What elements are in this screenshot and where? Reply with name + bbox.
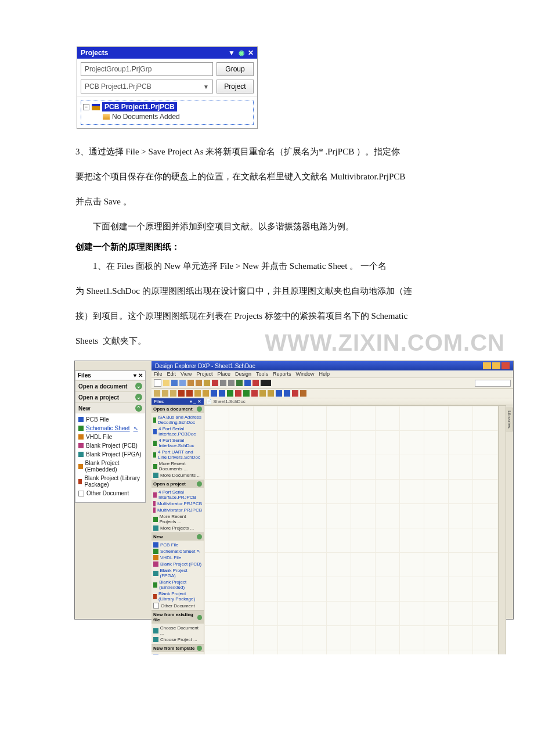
dock-item[interactable]: Choose Project ... [153,636,202,643]
collapse-icon[interactable] [197,481,202,487]
dock-item[interactable]: Other Document [153,602,202,609]
menu-design[interactable]: Design [235,371,251,377]
tb2-icon-5[interactable] [186,390,193,397]
close-window-icon[interactable] [501,362,510,369]
maximize-icon[interactable] [492,362,500,369]
vertical-scrollbar[interactable] [498,406,506,654]
dock-item[interactable]: Choose Document ... [153,625,202,636]
open-project-header[interactable]: Open a project [78,394,119,401]
expand-icon[interactable]: ⌄ [135,383,142,390]
save-icon[interactable] [171,380,178,386]
tb2-icon-1[interactable] [154,390,160,397]
new-blank-fpga-project[interactable]: Blank Project (FPGA) [78,450,142,459]
dock-item[interactable]: Blank Project (Embedded) [153,579,202,591]
cut-icon[interactable] [187,380,194,386]
open-document-header[interactable]: Open a document [78,383,127,390]
menu-view[interactable]: View [181,371,192,377]
stop-icon[interactable] [252,380,259,386]
dock-item[interactable]: More Projects ... [153,525,202,531]
collapse-icon[interactable] [197,534,202,539]
tb2-icon-11[interactable] [235,390,241,397]
menu-place[interactable]: Place [217,371,230,377]
dock-new-template[interactable]: New from template [153,646,195,651]
minimize-icon[interactable] [483,362,491,369]
tb2-icon-16[interactable] [276,390,282,397]
dropdown-icon[interactable]: ▼ [228,49,235,57]
dock-item[interactable]: VHDL File [153,555,202,561]
dock-item[interactable]: More Documents ... [153,472,202,478]
new-schematic-sheet[interactable]: Schematic Sheet↖ [78,424,142,433]
cross-icon[interactable] [212,380,218,386]
new-blank-embedded-project[interactable]: Blank Project (Embedded) [78,459,142,474]
dock-open-project[interactable]: Open a project [153,481,186,487]
dock-item[interactable]: ISA Bus and Address Decoding.SchDoc [153,414,202,426]
tb2-icon-2[interactable] [162,390,168,397]
files-panel-caret-icon[interactable]: ▾ ✕ [134,372,143,379]
dock-item[interactable]: Blank Project (Library Package) [153,591,202,602]
menu-reports[interactable]: Reports [273,371,291,377]
dock-item[interactable]: 4 Port Serial Interface.PCBDoc [153,426,202,437]
tb2-icon-14[interactable] [259,390,266,397]
tb2-icon-9[interactable] [219,390,225,397]
app-toolbar-2[interactable] [151,388,513,398]
document-tab[interactable]: 📄 Sheet1.SchDoc [204,398,513,405]
dock-new[interactable]: New [153,534,163,539]
tb2-icon-10[interactable] [227,390,233,397]
menu-edit[interactable]: Edit [167,371,176,377]
dock-item[interactable]: More Recent Projects ... [153,513,202,525]
zoom-icon[interactable] [236,380,243,386]
dock-item[interactable]: Blank Project (FPGA) [153,567,202,579]
tb2-icon-12[interactable] [243,390,250,397]
project-select-input[interactable]: PCB Project1.PrjPCB ▼ [81,80,213,93]
new-header[interactable]: New [78,405,91,412]
chevron-down-icon[interactable]: ▼ [203,84,209,90]
dock-item[interactable]: More Recent Documents ... [153,460,202,472]
dock-item[interactable]: Multivibrator.PRJPCB [153,501,202,507]
undo-icon[interactable] [220,380,226,386]
tree-collapse-icon[interactable]: − [83,104,89,110]
dock-item[interactable]: 4 Port UART and Line Drivers.SchDoc [153,449,202,460]
menu-tools[interactable]: Tools [256,371,268,377]
new-icon[interactable] [154,379,161,387]
project-button[interactable]: Project [217,80,254,93]
dock-new-existing[interactable]: New from existing file [153,612,197,622]
tb2-icon-19[interactable] [300,390,306,397]
dock-item[interactable]: PCB File [153,542,202,548]
dock-item[interactable]: 4 Port Serial Interface.PRJPCB [153,489,202,501]
new-blank-pcb-project[interactable]: Blank Project (PCB) [78,441,142,450]
app-menu-bar[interactable]: File Edit View Project Place Design Tool… [151,370,513,377]
open-icon[interactable] [163,380,169,386]
menu-file[interactable]: File [154,371,163,377]
tb2-icon-15[interactable] [268,390,274,397]
project-group-input[interactable]: ProjectGroup1.PrjGrp [81,62,213,76]
new-pcb-file[interactable]: PCB File [78,415,142,424]
tb2-icon-13[interactable] [251,390,258,397]
app-toolbar-1[interactable] [151,377,513,388]
dock-item[interactable]: Blank Project (PCB) [153,561,202,567]
tb2-icon-17[interactable] [284,390,290,397]
menu-window[interactable]: Window [295,371,314,377]
libraries-side-tab[interactable]: Libraries [506,408,513,431]
copy-icon[interactable] [196,380,202,386]
select-icon[interactable] [244,380,251,386]
new-vhdl-file[interactable]: VHDL File [78,433,142,441]
collapse-icon[interactable] [197,406,202,412]
dock-item[interactable]: PCB Templates ... [153,653,202,654]
new-other-document[interactable]: Other Document [78,489,142,498]
paste-icon[interactable] [204,380,210,386]
search-input[interactable] [475,380,511,387]
dock-item-schematic[interactable]: Schematic Sheet↖ [153,548,202,555]
dock-pin-icon[interactable]: ▾ ⎯ ✕ [190,399,201,404]
menu-project[interactable]: Project [196,371,212,377]
close-icon[interactable]: ✕ [248,49,254,57]
expand-icon[interactable]: ⌄ [135,394,142,401]
group-button[interactable]: Group [217,62,254,76]
collapse-icon[interactable]: ⌃ [135,405,142,412]
tb2-icon-6[interactable] [194,390,201,397]
tb2-icon-3[interactable] [170,390,176,397]
tb2-icon-18[interactable] [292,390,298,397]
collapse-icon[interactable] [197,615,202,620]
collapse-icon[interactable] [197,646,202,651]
dock-item[interactable]: Multivibrator.PRJPCB [153,507,202,513]
tb2-icon-4[interactable] [178,390,185,397]
